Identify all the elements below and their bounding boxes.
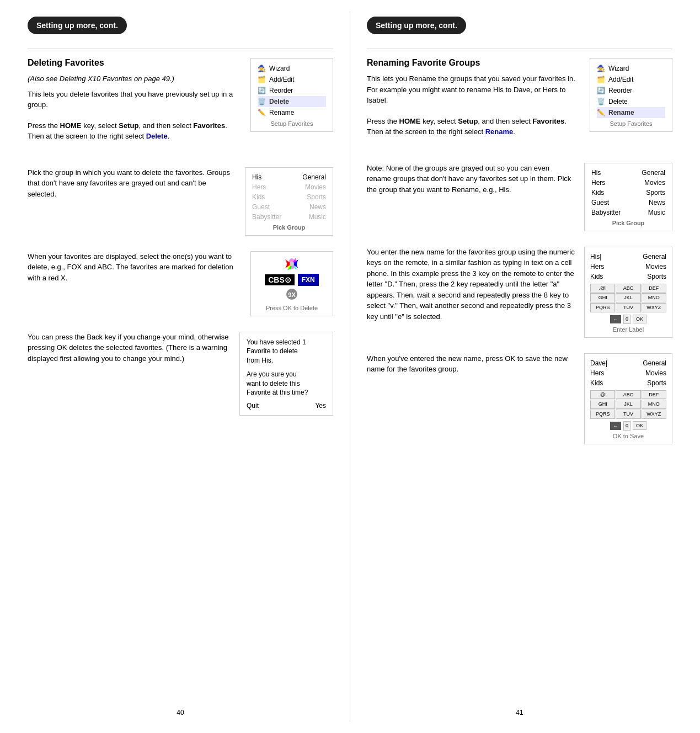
his-name-r: His xyxy=(591,169,601,177)
kids-name-r: Kids xyxy=(591,189,604,196)
reorder-icon: 🔄 xyxy=(258,87,266,94)
press-delete-desc: When your favorites are displayed, selec… xyxy=(28,251,242,284)
wizard-label-addedit-r: Add/Edit xyxy=(608,76,633,83)
hers-category: Movies xyxy=(305,183,326,191)
babysitter-name: Babysitter xyxy=(252,213,281,221)
wizard-hat-icon-r: 🧙 xyxy=(597,65,605,72)
enter-hers-cat: Movies xyxy=(645,263,666,270)
pick-group-label-r: Pick Group xyxy=(591,220,665,226)
wizard-item-delete-r: 🗑️ Delete xyxy=(597,96,665,107)
key-5: JKL xyxy=(616,293,640,302)
reorder-icon-r: 🔄 xyxy=(597,87,605,94)
wizard-label-delete: Delete xyxy=(269,98,289,105)
group-babysitter-r: Babysitter Music xyxy=(591,208,665,217)
enter-hers: Hers Movies xyxy=(590,262,666,272)
save-box-container: Dave| General Hers Movies Kids Sports .@… xyxy=(584,353,672,444)
wizard-item-addedit-r: 🗂️ Add/Edit xyxy=(597,74,665,85)
guest-name: Guest xyxy=(252,203,270,211)
deleting-para1: (Also see Deleting X10 Favorites on page… xyxy=(28,73,242,110)
save-section: When you've entered the new name, press … xyxy=(367,353,672,444)
wizard-item-reorder: 🔄 Reorder xyxy=(258,85,326,96)
hers-name: Hers xyxy=(252,183,266,191)
save-kids-name: Kids xyxy=(590,379,603,387)
skey-7: PQRS xyxy=(590,410,615,419)
rename-icon-r: ✏️ xyxy=(597,109,605,116)
key-3: DEF xyxy=(642,284,666,293)
home-key: HOME xyxy=(60,121,82,130)
key-7: PQRS xyxy=(590,303,615,312)
hers-cat-r: Movies xyxy=(644,179,665,187)
pick-group-label: Pick Group xyxy=(252,224,326,231)
skey-9: WXYZ xyxy=(642,410,666,419)
keypad-save: .@! ABC DEF GHI JKL MNO PQRS TUV WXYZ xyxy=(590,390,666,419)
wizard-item-rename: ✏️ Rename xyxy=(258,107,326,118)
period1: . xyxy=(168,132,170,140)
guest-category: News xyxy=(309,203,326,211)
wizard-label-wizard-r: Wizard xyxy=(608,65,629,72)
keypad: .@! ABC DEF GHI JKL MNO PQRS TUV WXYZ xyxy=(590,284,666,312)
guest-cat-r: News xyxy=(649,199,665,206)
key-4: GHI xyxy=(590,293,615,302)
warning-q3: Favorite at this time? xyxy=(247,388,326,397)
his-name: His xyxy=(252,173,261,181)
deleting-title: Deleting Favorites xyxy=(28,58,242,68)
key-6: MNO xyxy=(642,293,666,302)
press-delete-text: When your favorites are displayed, selec… xyxy=(28,251,242,294)
wizard-item-wizard: 🧙 Wizard xyxy=(258,63,326,74)
save-text: When you've entered the new name, press … xyxy=(367,353,575,385)
enter-his-cat: General xyxy=(643,253,666,261)
group-kids-r: Kids Sports xyxy=(591,188,665,198)
wizard-menu-box: 🧙 Wizard 🗂️ Add/Edit 🔄 Reorder 🗑️ Delete xyxy=(250,58,333,132)
note-para: Note: None of the groups are grayed out … xyxy=(367,163,575,195)
warning-q2: want to delete this xyxy=(247,379,326,389)
save-label-box: Dave| General Hers Movies Kids Sports .@… xyxy=(584,353,672,444)
favorites-key: Favorites xyxy=(193,121,225,130)
back-arrow-save: ← xyxy=(610,422,621,430)
wizard-label-reorder-r: Reorder xyxy=(608,87,632,94)
yes-button[interactable]: Yes xyxy=(315,402,326,410)
group-hers: Hers Movies xyxy=(252,182,326,192)
guest-name-r: Guest xyxy=(591,199,609,206)
home-key-r: HOME xyxy=(399,117,421,125)
right-page: Setting up more, cont. Renaming Favorite… xyxy=(356,11,683,722)
quit-button[interactable]: Quit xyxy=(247,402,259,410)
and-then: , and then select xyxy=(138,121,193,130)
wizard-label-addedit: Add/Edit xyxy=(269,76,294,83)
key-1: .@! xyxy=(590,284,615,293)
enter-his-name: His| xyxy=(590,253,601,261)
group-his-r: His General xyxy=(591,168,665,178)
babysitter-cat-r: Music xyxy=(648,209,665,216)
deleting-also: (Also see Deleting X10 Favorites on page… xyxy=(28,75,174,83)
cbs-logo: CBS⊙ xyxy=(265,274,295,285)
keypad-bottom-save: ← 0 OK xyxy=(590,421,666,431)
group-hers-r: Hers Movies xyxy=(591,178,665,188)
press-text-r: Press the xyxy=(367,117,399,125)
warning-section: You can press the Back key if you change… xyxy=(28,332,333,416)
key-select-r: key, select xyxy=(421,117,458,125)
save-dave: Dave| General xyxy=(590,358,666,368)
skey-3: DEF xyxy=(642,390,666,400)
wizard-hat-icon: 🧙 xyxy=(258,65,266,72)
rename-key: Rename xyxy=(485,128,514,136)
key-0: 0 xyxy=(623,315,630,324)
note-text: Note: None of the groups are grayed out … xyxy=(367,163,575,205)
key-9: WXYZ xyxy=(642,303,666,312)
skey-0: 0 xyxy=(623,421,630,431)
group-picker-r: His General Hers Movies Kids Sports Gues… xyxy=(584,163,672,231)
renaming-text: Renaming Favorite Groups This lets you R… xyxy=(367,58,581,147)
rename-icon: ✏️ xyxy=(258,109,266,116)
enter-kids-cat: Sports xyxy=(647,273,666,280)
group-kids: Kids Sports xyxy=(252,192,326,202)
nbc-logo xyxy=(282,256,302,272)
setup-fav-label-r: Setup Favorites xyxy=(597,120,665,127)
setup-fav-label: Setup Favorites xyxy=(258,120,326,127)
wizard-item-addedit: 🗂️ Add/Edit xyxy=(258,74,326,85)
pick-group-section: Pick the group in which you want to dele… xyxy=(28,167,333,236)
warning-q1: Are you sure you xyxy=(247,370,326,379)
save-hers-cat: Movies xyxy=(645,369,666,377)
back-arrow: ← xyxy=(610,315,621,323)
keypad-bottom: ← 0 OK xyxy=(590,315,666,324)
wizard-label-wizard: Wizard xyxy=(269,65,290,72)
pick-group-text: Pick the group in which you want to dele… xyxy=(28,167,236,210)
enter-para: You enter the new name for the favorites… xyxy=(367,247,575,322)
